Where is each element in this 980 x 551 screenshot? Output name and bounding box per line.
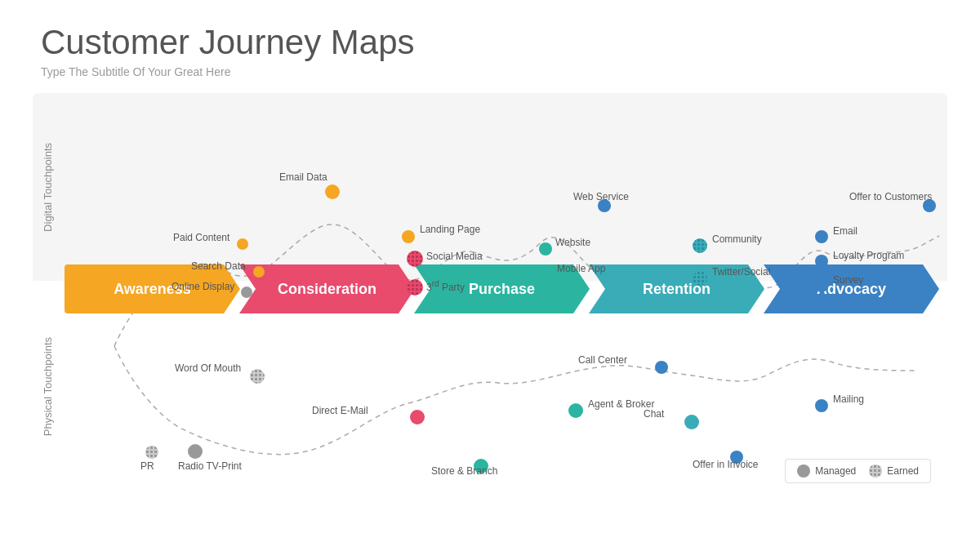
label-loyalty-program: Loyalty Program — [833, 250, 904, 261]
label-offer-invoice: Offer in Invoice — [693, 459, 758, 470]
label-pr: PR — [140, 460, 154, 472]
label-twitter-social: Twitter/Social — [712, 266, 770, 278]
dot-loyalty-program — [815, 255, 828, 268]
label-chat: Chat — [644, 408, 664, 420]
dot-landing-page — [402, 230, 415, 243]
label-direct-email: Direct E-Mail — [312, 405, 368, 416]
label-web-service: Web Service — [573, 191, 629, 202]
dot-chat — [684, 415, 699, 429]
label-paid-content: Paid Content — [173, 232, 229, 243]
dot-search-data — [253, 266, 265, 278]
legend-managed-label: Managed — [815, 465, 856, 477]
dot-pr — [145, 446, 158, 459]
dot-direct-email — [410, 410, 425, 424]
legend-managed-dot — [797, 464, 810, 478]
label-word-of-mouth: Word Of Mouth — [175, 362, 241, 374]
legend-earned-dot — [869, 464, 882, 478]
label-website: Website — [555, 237, 590, 248]
legend: Managed Earned — [785, 459, 931, 483]
legend-earned: Earned — [869, 464, 919, 478]
dot-agent-broker — [568, 403, 583, 418]
dot-email-data — [325, 184, 340, 199]
label-call-center: Call Center — [578, 354, 627, 366]
label-landing-page: Landing Page — [420, 224, 480, 235]
digital-touchpoints-label: Digital Touchpoints — [42, 143, 54, 232]
arrow-consideration: Consideration — [239, 264, 415, 313]
physical-label: Physical Touchpoints — [33, 281, 62, 493]
label-offer-customers: Offer to Customers — [849, 191, 932, 202]
dot-mailing — [815, 399, 828, 412]
label-social-media: Social Media — [426, 251, 483, 262]
dot-radio-tv-print — [188, 444, 203, 459]
digital-label: Digital Touchpoints — [33, 93, 62, 281]
diagram-container: Digital Touchpoints Physical Touchpoints… — [33, 93, 947, 493]
physical-touchpoints-label: Physical Touchpoints — [42, 337, 54, 436]
dot-3rd-party — [407, 279, 423, 295]
digital-section — [33, 93, 947, 281]
dot-website — [539, 242, 552, 256]
page-subtitle: Type The Subtitle Of Your Great Here — [0, 65, 980, 93]
dot-twitter-social — [693, 271, 707, 286]
dot-word-of-mouth — [250, 369, 265, 384]
label-3rd-party: 3rd Party — [426, 279, 465, 293]
legend-managed: Managed — [797, 464, 856, 478]
label-store-branch: Store & Branch — [431, 465, 497, 477]
page-title: Customer Journey Maps — [0, 0, 980, 65]
dot-mobile-app — [541, 269, 554, 282]
dot-paid-content — [237, 238, 248, 250]
arrow-advocacy: Advocacy — [764, 264, 939, 313]
dot-call-center — [655, 361, 668, 374]
label-survey: Survey — [833, 274, 863, 286]
label-radio-tv-print: Radio TV-Print — [178, 460, 242, 472]
legend-earned-label: Earned — [887, 465, 919, 477]
dot-community — [693, 238, 707, 253]
label-mobile-app: Mobile App — [557, 263, 605, 274]
label-email-advocacy: Email — [833, 225, 858, 237]
dot-online-display — [241, 287, 252, 298]
dot-social-media — [407, 251, 423, 267]
dot-email-advocacy — [815, 230, 828, 243]
dot-survey — [815, 279, 828, 292]
label-search-data: Search Data — [191, 260, 246, 272]
label-community: Community — [712, 233, 762, 245]
label-online-display: Online Display — [172, 281, 234, 292]
label-email-data: Email Data — [279, 171, 327, 183]
label-mailing: Mailing — [833, 393, 864, 405]
